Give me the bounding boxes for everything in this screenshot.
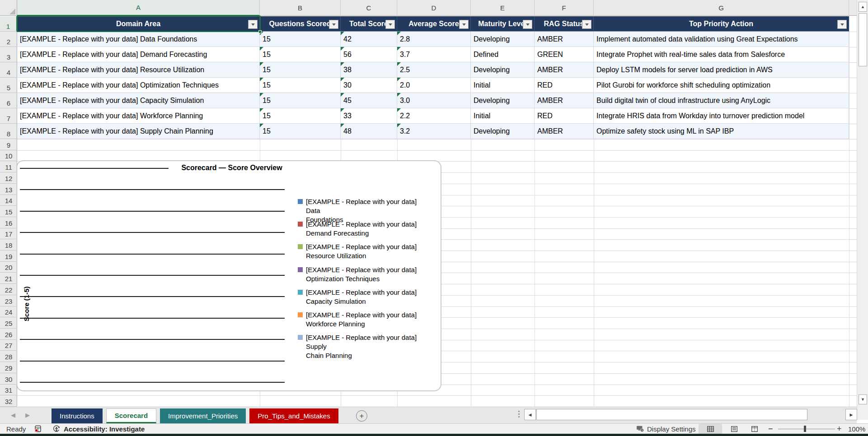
cell-A6[interactable]: [EXAMPLE - Replace with your data] Capac…	[17, 93, 260, 108]
hscroll-left-icon[interactable]: ◀	[524, 409, 536, 420]
scroll-up-icon[interactable]: ▲	[859, 2, 867, 12]
cell-D7[interactable]: 2.2	[397, 108, 471, 124]
cell-E2[interactable]: Developing	[471, 32, 535, 47]
row-header-4[interactable]: 4	[0, 62, 17, 78]
cell-G5[interactable]: Pilot Gurobi for workforce shift schedul…	[594, 78, 849, 93]
row-header-7[interactable]: 7	[0, 108, 17, 124]
view-page-break-button[interactable]	[746, 424, 764, 434]
cell-F3[interactable]: GREEN	[535, 47, 594, 62]
cell-E7[interactable]: Initial	[471, 108, 535, 124]
score-overview-chart[interactable]: Scorecard — Score Overview Score (1-5) […	[16, 160, 441, 391]
vertical-scrollbar[interactable]: ▲ ▼	[857, 0, 868, 420]
column-header-B[interactable]: B	[260, 0, 341, 16]
row-header-12[interactable]: 12	[0, 172, 17, 184]
filter-dropdown-button[interactable]	[582, 20, 591, 29]
cell-C8[interactable]: 48	[341, 124, 397, 139]
row-header-11[interactable]: 11	[0, 161, 17, 172]
zoom-level[interactable]: 100%	[848, 424, 865, 434]
hscroll-right-icon[interactable]: ▶	[845, 409, 857, 420]
cell-D8[interactable]: 3.2	[397, 124, 471, 139]
row-header-14[interactable]: 14	[0, 195, 17, 206]
row-header-15[interactable]: 15	[0, 206, 17, 217]
header-cell-E1[interactable]: Maturity Level	[471, 16, 535, 32]
cell-F7[interactable]: RED	[535, 108, 594, 124]
tab-scroll-left-icon[interactable]: ◀	[11, 412, 15, 418]
header-cell-F1[interactable]: RAG Status	[535, 16, 594, 32]
row-header-24[interactable]: 24	[0, 306, 17, 318]
cell-F6[interactable]: AMBER	[535, 93, 594, 108]
row-header-16[interactable]: 16	[0, 217, 17, 228]
display-settings-label[interactable]: Display Settings	[647, 424, 696, 434]
cell-B7[interactable]: 15	[260, 108, 341, 124]
header-cell-A1[interactable]: Domain Area	[17, 16, 260, 32]
vertical-scrollbar-thumb[interactable]	[859, 13, 867, 66]
cell-B4[interactable]: 15	[260, 62, 341, 78]
column-header-G[interactable]: G	[594, 0, 849, 16]
row-header-3[interactable]: 3	[0, 47, 17, 62]
row-header-20[interactable]: 20	[0, 262, 17, 273]
horizontal-scrollbar-thumb[interactable]	[536, 409, 807, 420]
macro-record-icon[interactable]	[34, 424, 42, 434]
row-header-30[interactable]: 30	[0, 373, 17, 385]
cell-A7[interactable]: [EXAMPLE - Replace with your data] Workf…	[17, 108, 260, 124]
tab-scroll-right-icon[interactable]: ▶	[25, 412, 30, 418]
sheet-tab-scorecard[interactable]: Scorecard	[106, 408, 156, 423]
cell-G4[interactable]: Deploy LSTM models for server load predi…	[594, 62, 849, 78]
cell-B3[interactable]: 15	[260, 47, 341, 62]
cell-C2[interactable]: 42	[341, 32, 397, 47]
cell-E8[interactable]: Developing	[471, 124, 535, 139]
row-header-10[interactable]: 10	[0, 150, 17, 162]
cell-E4[interactable]: Developing	[471, 62, 535, 78]
row-header-27[interactable]: 27	[0, 340, 17, 351]
zoom-in-icon[interactable]: +	[837, 424, 842, 434]
column-header-D[interactable]: D	[397, 0, 471, 16]
cell-A5[interactable]: [EXAMPLE - Replace with your data] Optim…	[17, 78, 260, 93]
filter-dropdown-button[interactable]	[329, 20, 338, 29]
scroll-down-icon[interactable]: ▼	[859, 394, 867, 404]
header-cell-G1[interactable]: Top Priority Action	[594, 16, 849, 32]
filter-dropdown-button[interactable]	[523, 20, 532, 29]
display-settings-icon[interactable]	[636, 424, 644, 434]
row-header-19[interactable]: 19	[0, 250, 17, 262]
row-header-6[interactable]: 6	[0, 93, 17, 108]
cell-E6[interactable]: Developing	[471, 93, 535, 108]
row-header-13[interactable]: 13	[0, 184, 17, 195]
zoom-out-icon[interactable]: −	[768, 424, 773, 434]
cell-F4[interactable]: AMBER	[535, 62, 594, 78]
cell-C3[interactable]: 56	[341, 47, 397, 62]
row-header-17[interactable]: 17	[0, 228, 17, 240]
filter-dropdown-button[interactable]	[459, 20, 469, 29]
scrollbar-resize-grip[interactable]	[517, 411, 521, 421]
filter-dropdown-button[interactable]	[248, 20, 258, 29]
new-sheet-button[interactable]: +	[356, 410, 367, 422]
cell-D5[interactable]: 2.0	[397, 78, 471, 93]
cell-B5[interactable]: 15	[260, 78, 341, 93]
cell-F8[interactable]: AMBER	[535, 124, 594, 139]
column-header-F[interactable]: F	[535, 0, 594, 16]
filter-dropdown-button[interactable]	[837, 20, 847, 29]
header-cell-D1[interactable]: Average Score	[397, 16, 471, 32]
cell-C6[interactable]: 45	[341, 93, 397, 108]
row-header-25[interactable]: 25	[0, 317, 17, 329]
row-header-22[interactable]: 22	[0, 284, 17, 295]
filter-dropdown-button[interactable]	[385, 20, 395, 29]
view-page-layout-button[interactable]	[724, 424, 745, 434]
row-header-29[interactable]: 29	[0, 362, 17, 373]
row-header-8[interactable]: 8	[0, 124, 17, 139]
cell-A2[interactable]: [EXAMPLE - Replace with your data] Data …	[17, 32, 260, 47]
view-normal-button[interactable]	[699, 424, 722, 434]
column-header-E[interactable]: E	[471, 0, 535, 16]
cell-D2[interactable]: 2.8	[397, 32, 471, 47]
cell-G3[interactable]: Integrate Prophet with real-time sales d…	[594, 47, 849, 62]
cell-G8[interactable]: Optimize safety stock using ML in SAP IB…	[594, 124, 849, 139]
cell-A4[interactable]: [EXAMPLE - Replace with your data] Resou…	[17, 62, 260, 78]
cell-F5[interactable]: RED	[535, 78, 594, 93]
cell-C7[interactable]: 33	[341, 108, 397, 124]
row-header-31[interactable]: 31	[0, 385, 17, 396]
row-header-28[interactable]: 28	[0, 351, 17, 362]
zoom-slider-thumb[interactable]	[804, 426, 806, 432]
row-header-2[interactable]: 2	[0, 32, 17, 47]
sheet-tab-improvement_priorities[interactable]: Improvement_Priorities	[160, 408, 246, 423]
sheet-tab-pro_tips_and_mistakes[interactable]: Pro_Tips_and_Mistakes	[249, 408, 338, 423]
cell-D3[interactable]: 3.7	[397, 47, 471, 62]
